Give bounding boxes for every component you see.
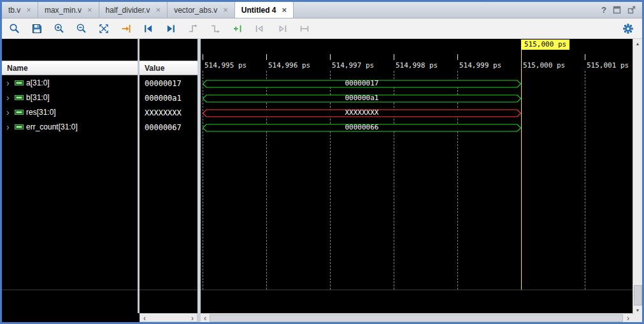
column-divider[interactable] xyxy=(138,39,140,313)
waveform-bus[interactable]: XXXXXXXX xyxy=(203,108,521,117)
waveform-panel[interactable]: 515,000 ps 514,995 ps514,996 ps514,997 p… xyxy=(201,39,633,322)
zoom-in-icon[interactable] xyxy=(54,23,65,34)
signal-row[interactable]: ›a[31:0]00000017 xyxy=(2,76,197,91)
tab-close-icon[interactable]: × xyxy=(156,6,161,14)
settings-gear-icon[interactable] xyxy=(622,23,634,34)
ruler-tick-label: 514,998 ps xyxy=(396,61,438,70)
tab-label: max_min.v xyxy=(45,6,82,15)
signal-panel: Name Value ›a[31:0]00000017›b[31:0]00000… xyxy=(2,39,197,322)
ruler-tick xyxy=(203,54,203,60)
tab-label: tb.v xyxy=(8,6,20,15)
waveform-bus[interactable]: 000000a1 xyxy=(203,94,521,102)
signal-value: XXXXXXXX xyxy=(145,108,182,117)
waveform-toolbar xyxy=(2,18,642,39)
previous-transition-icon[interactable] xyxy=(143,23,154,34)
tab-untitled-4[interactable]: Untitled 4× xyxy=(235,2,294,18)
zoom-fit-icon[interactable] xyxy=(98,23,110,34)
bus-value-label: XXXXXXXX xyxy=(203,108,521,117)
signal-name[interactable]: res[31:0] xyxy=(26,108,56,117)
vertical-scrollbar-thumb[interactable] xyxy=(634,285,642,306)
next-transition-icon[interactable] xyxy=(165,23,176,34)
signal-value: 000000a1 xyxy=(145,94,182,103)
bus-signal-icon xyxy=(15,123,24,131)
panel-separator-line xyxy=(201,290,633,290)
ruler-tick-label: 515,000 ps xyxy=(523,61,565,70)
waveform-horizontal-scrollbar[interactable]: ‹ › xyxy=(201,313,633,322)
scroll-up-button[interactable]: ▲ xyxy=(633,39,642,48)
gridline xyxy=(266,71,267,290)
ruler-tick-label: 514,997 ps xyxy=(332,61,374,70)
previous-marker-icon[interactable] xyxy=(254,23,266,34)
cursor-line[interactable] xyxy=(521,50,522,290)
expand-chevron-icon[interactable]: › xyxy=(6,122,10,132)
signal-row[interactable]: ›res[31:0]XXXXXXXX xyxy=(2,105,197,120)
select-range-icon[interactable] xyxy=(299,23,310,34)
value-column-header[interactable]: Value xyxy=(145,64,164,73)
name-column-header[interactable]: Name xyxy=(7,64,28,73)
scroll-left-button[interactable]: ‹ xyxy=(140,314,149,322)
scrollbar-corner xyxy=(633,314,642,322)
signal-name[interactable]: err_count[31:0] xyxy=(26,122,78,131)
scroll-left-button[interactable]: ‹ xyxy=(201,314,210,322)
zoom-to-cursor-icon[interactable] xyxy=(120,23,132,34)
scroll-right-button[interactable]: › xyxy=(188,314,197,322)
bus-value-label: 00000066 xyxy=(203,123,521,131)
bus-signal-icon xyxy=(15,79,24,87)
horizontal-scrollbar-thumb[interactable] xyxy=(210,314,623,322)
tab-close-icon[interactable]: × xyxy=(282,6,287,14)
gridline xyxy=(330,71,331,290)
next-edge-icon[interactable] xyxy=(210,23,221,34)
bus-value-label: 00000017 xyxy=(203,79,521,87)
tab-close-icon[interactable]: × xyxy=(87,6,92,14)
ruler-tick xyxy=(266,54,267,60)
gridline xyxy=(585,71,585,290)
expand-chevron-icon[interactable]: › xyxy=(6,92,10,103)
signal-table-header: Name Value xyxy=(2,61,197,75)
ruler-tick xyxy=(330,54,331,60)
ruler-tick-label: 514,995 ps xyxy=(204,61,247,70)
ruler-tick-label: 514,996 ps xyxy=(268,61,310,70)
signal-name[interactable]: b[31:0] xyxy=(26,93,50,102)
signal-value: 00000067 xyxy=(145,123,182,132)
value-column-scrollbar[interactable]: ‹ › xyxy=(140,313,197,322)
tabbar-controls: ? xyxy=(601,2,642,18)
ruler-tick-label: 514,999 ps xyxy=(459,61,501,70)
tab-close-icon[interactable]: × xyxy=(223,6,228,14)
signal-name[interactable]: a[31:0] xyxy=(26,78,50,87)
previous-edge-icon[interactable] xyxy=(187,23,199,34)
signal-row[interactable]: ›err_count[31:0]00000067 xyxy=(2,120,197,135)
tab-label: vector_abs.v xyxy=(174,6,217,15)
ruler-tick xyxy=(585,54,585,60)
signal-row[interactable]: ›b[31:0]000000a1 xyxy=(2,91,197,105)
bus-signal-icon xyxy=(15,94,24,101)
waveform-bus[interactable]: 00000066 xyxy=(203,123,521,131)
next-marker-icon[interactable] xyxy=(276,23,288,34)
simulation-waveform-window: tb.v×max_min.v×half_divider.v×vector_abs… xyxy=(0,0,644,324)
tab-vector_abs-v[interactable]: vector_abs.v× xyxy=(168,2,235,18)
maximize-window-icon[interactable] xyxy=(627,6,636,14)
tab-close-icon[interactable]: × xyxy=(26,6,31,14)
tab-tb-v[interactable]: tb.v× xyxy=(2,2,38,18)
tab-max_min-v[interactable]: max_min.v× xyxy=(38,2,99,18)
tab-half_divider-v[interactable]: half_divider.v× xyxy=(99,2,168,18)
document-tab-bar: tb.v×max_min.v×half_divider.v×vector_abs… xyxy=(2,2,642,18)
search-icon[interactable] xyxy=(9,23,20,34)
ruler-tick-label: 515,001 ps xyxy=(587,61,629,70)
cursor-time-badge[interactable]: 515,000 ps xyxy=(521,40,569,50)
float-window-icon[interactable] xyxy=(613,6,621,14)
zoom-out-icon[interactable] xyxy=(76,23,87,34)
tab-label: Untitled 4 xyxy=(241,6,276,15)
add-marker-icon[interactable] xyxy=(232,23,243,34)
scroll-down-button[interactable]: ▼ xyxy=(633,306,642,314)
expand-chevron-icon[interactable]: › xyxy=(6,78,10,88)
waveform-vertical-scrollbar[interactable]: ▲ ▼ xyxy=(633,39,642,314)
main-area: Name Value ›a[31:0]00000017›b[31:0]00000… xyxy=(2,39,642,322)
gridline xyxy=(394,71,394,290)
signal-rows: ›a[31:0]00000017›b[31:0]000000a1›res[31:… xyxy=(2,76,197,140)
help-button[interactable]: ? xyxy=(601,5,606,15)
gridline xyxy=(457,71,458,290)
save-icon[interactable] xyxy=(31,23,43,34)
waveform-bus[interactable]: 00000017 xyxy=(203,79,521,87)
expand-chevron-icon[interactable]: › xyxy=(6,107,10,117)
scroll-right-button[interactable]: › xyxy=(624,314,633,322)
